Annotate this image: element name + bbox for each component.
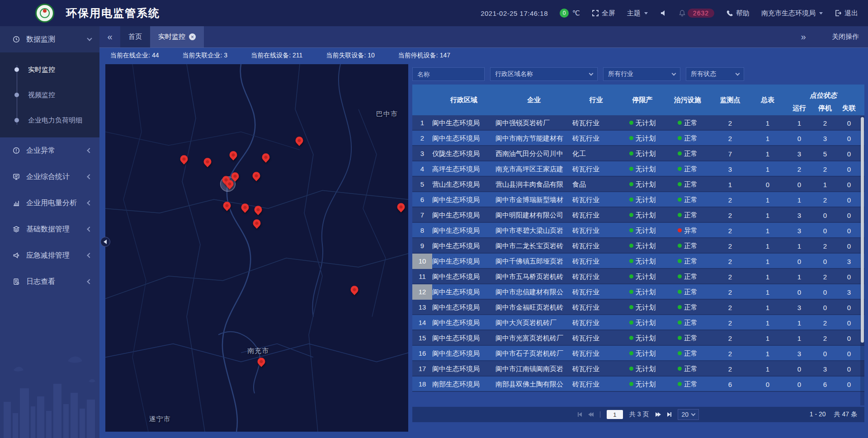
fullscreen-icon: [592, 9, 599, 17]
table-row[interactable]: 2阆中生态环境局阆中市南方节能建材有砖瓦行业无计划正常21030: [412, 131, 864, 146]
sidebar-subitem[interactable]: 视频监控: [0, 82, 99, 108]
cell-stop: 0: [813, 212, 837, 219]
tabs-scroll-left-button[interactable]: «: [99, 26, 120, 47]
cell-region: 营山生态环境局: [432, 180, 495, 189]
cell-lost: 3: [837, 258, 861, 265]
sidebar-item-0[interactable]: 数据监测: [0, 26, 99, 52]
status-dot-icon: [629, 228, 633, 232]
cell-points: 2: [710, 304, 750, 311]
close-operations-button[interactable]: 关闭操作: [832, 33, 859, 41]
table-scrollbar[interactable]: [860, 116, 864, 405]
cell-stop: 0: [813, 304, 837, 311]
cell-points: 3: [710, 165, 750, 173]
sidebar-item-5[interactable]: 应急减排管理: [0, 242, 99, 268]
table-row[interactable]: 4高坪生态环境局南充市高坪区王家店建砖瓦行业无计划正常31220: [412, 161, 864, 177]
cell-facility-status: 正常: [665, 334, 710, 343]
sidebar-item-4[interactable]: 基础数据管理: [0, 216, 99, 242]
help-button[interactable]: 帮助: [726, 9, 750, 18]
table-row[interactable]: 10阆中生态环境局阆中千佛镇五郎垭页岩砖瓦行业无计划正常21003: [412, 254, 864, 269]
sidebar-item-1[interactable]: 企业异常: [0, 137, 99, 164]
cell-limit-status: 无计划: [620, 319, 665, 327]
table-row[interactable]: 15阆中生态环境局阆中市光富页岩机砖厂砖瓦行业无计划正常21120: [412, 330, 864, 346]
cell-points: 2: [710, 365, 750, 373]
cell-points: 2: [710, 212, 750, 219]
table-row[interactable]: 5营山生态环境局营山县润丰肉食品有限食品无计划正常10010: [412, 177, 864, 192]
enterprise-table: 行政区域 企业 行业 停限产 治污设施 监测点 总表 点位状态 运行 停机 失联: [412, 85, 864, 405]
cell-limit-status: 无计划: [620, 119, 665, 127]
last-page-button[interactable]: [667, 412, 671, 417]
tab-close-icon[interactable]: ✕: [189, 33, 196, 40]
status-dot-icon: [629, 259, 633, 263]
map-panel[interactable]: 巴中市南充市遂宁市: [105, 64, 408, 432]
cell-industry: 砖瓦行业: [572, 119, 620, 127]
next-page-button[interactable]: [656, 412, 661, 417]
table-row[interactable]: 12阆中生态环境局阆中市忠信建材有限公砖瓦行业无计划正常21003: [412, 284, 864, 300]
stats-bar: 当前在线企业:44当前失联企业:3当前在线设备:211当前失联设备:10当前停机…: [99, 48, 868, 63]
sidebar-item-label: 企业综合统计: [26, 172, 81, 182]
sidebar-subitem[interactable]: 实时监控: [0, 57, 99, 82]
theme-dropdown[interactable]: 主题: [627, 9, 648, 18]
table-row[interactable]: 1阆中生态环境局阆中强锐页岩砖厂砖瓦行业无计划正常21120: [412, 115, 864, 131]
table-row[interactable]: 18南部生态环境局南部县双佛土陶有限公砖瓦行业无计划正常60060: [412, 377, 864, 392]
cell-lost: 0: [837, 365, 861, 373]
cell-meters: 1: [750, 119, 785, 127]
status-filter-select[interactable]: 所有状态: [686, 67, 744, 81]
org-dropdown[interactable]: 南充市生态环境局: [761, 9, 823, 18]
status-dot-icon: [678, 244, 682, 248]
cell-meters: 1: [750, 319, 785, 327]
page-number-input[interactable]: [607, 410, 623, 419]
table-row[interactable]: 11阆中生态环境局阆中市五马桥页岩机砖砖瓦行业无计划正常21120: [412, 269, 864, 284]
cell-industry: 砖瓦行业: [572, 334, 620, 343]
cell-limit-status: 无计划: [620, 150, 665, 158]
cell-points: 2: [710, 319, 750, 327]
table-row[interactable]: 9阆中生态环境局阆中市二龙长宝页岩砖砖瓦行业无计划正常21120: [412, 238, 864, 254]
sidebar-subitem[interactable]: 企业电力负荷明细: [0, 108, 99, 133]
sidebar-item-2[interactable]: 企业综合统计: [0, 164, 99, 190]
cell-industry: 砖瓦行业: [572, 196, 620, 204]
table-row[interactable]: 6阆中生态环境局阆中市金博瑞新型墙材砖瓦行业无计划正常21120: [412, 192, 864, 207]
table-row[interactable]: 13阆中生态环境局阆中市金福旺页岩机砖砖瓦行业无计划正常21300: [412, 300, 864, 315]
fullscreen-button[interactable]: 全屏: [592, 9, 615, 18]
table-row[interactable]: 7阆中生态环境局阆中明阳建材有限公司砖瓦行业无计划正常21300: [412, 207, 864, 223]
notifications[interactable]: 2632: [679, 9, 714, 18]
chevron-down-icon: [672, 71, 676, 76]
table-row[interactable]: 3仪陇生态环境局西南油气田分公司川中化工无计划正常71350: [412, 146, 864, 161]
table-row[interactable]: 14阆中生态环境局阆中大兴页岩机砖厂砖瓦行业无计划正常21120: [412, 315, 864, 330]
logout-button[interactable]: 退出: [835, 9, 858, 18]
sidebar-item-6[interactable]: 日志查看: [0, 268, 99, 295]
cell-industry: 砖瓦行业: [572, 211, 620, 220]
tab-1[interactable]: 实时监控✕: [150, 26, 204, 47]
cell-company: 阆中大兴页岩机砖厂: [495, 319, 572, 327]
col-facility: 治污设施: [665, 85, 710, 115]
status-dot-icon: [629, 198, 633, 202]
region-filter-select[interactable]: 行政区域名称: [490, 67, 598, 81]
cell-facility-status: 正常: [665, 119, 710, 127]
cell-run: 3: [785, 350, 813, 358]
table-row[interactable]: 8阆中生态环境局阆中市枣碧大梁山页岩砖瓦行业无计划异常21300: [412, 223, 864, 238]
table-row[interactable]: 16阆中生态环境局阆中市石子页岩机砖厂砖瓦行业无计划正常21300: [412, 346, 864, 361]
stat-item: 当前失联企业:3: [182, 52, 227, 60]
cell-facility-status: 正常: [665, 242, 710, 250]
cell-meters: 1: [750, 135, 785, 142]
prev-page-button[interactable]: [588, 412, 594, 417]
mute-button[interactable]: [660, 9, 667, 17]
cell-lost: 0: [837, 119, 861, 127]
cell-limit-status: 无计划: [620, 226, 665, 235]
tab-0[interactable]: 首页: [120, 26, 150, 47]
scrollbar-thumb[interactable]: [861, 117, 864, 343]
map-roads: [105, 64, 408, 432]
cell-region: 南部生态环境局: [432, 380, 495, 389]
industry-filter-select[interactable]: 所有行业: [603, 67, 680, 81]
page-size-select[interactable]: 20: [678, 409, 699, 420]
cell-points: 2: [710, 242, 750, 250]
name-filter-input[interactable]: [417, 71, 480, 78]
map-collapse-button[interactable]: [100, 237, 110, 247]
row-index: 14: [412, 315, 432, 330]
first-page-button[interactable]: [578, 412, 582, 417]
tabs-scroll-right-button[interactable]: »: [793, 32, 814, 42]
col-limit: 停限产: [620, 85, 665, 115]
name-filter-field[interactable]: [412, 67, 485, 81]
sidebar-item-3[interactable]: 企业用电量分析: [0, 190, 99, 216]
cell-limit-status: 无计划: [620, 365, 665, 373]
table-row[interactable]: 17阆中生态环境局阆中市江南镇阆南页岩砖瓦行业无计划正常21030: [412, 361, 864, 377]
